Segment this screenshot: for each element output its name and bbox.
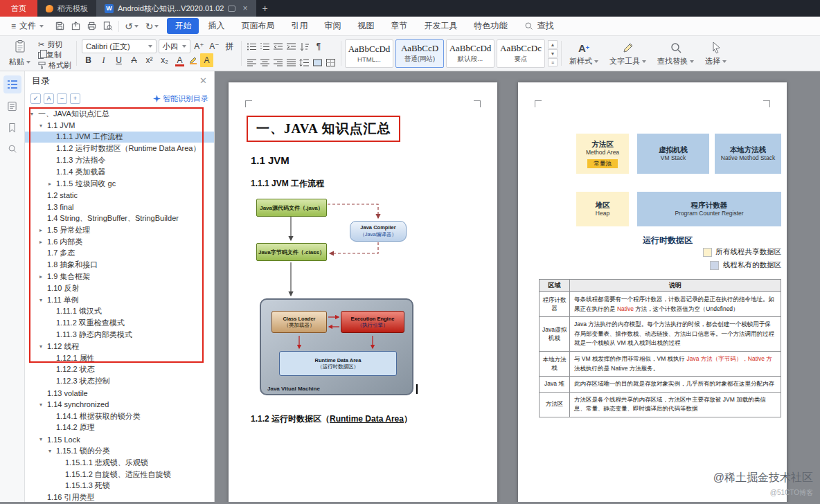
smart-recognize-button[interactable]: 智能识别目录 <box>153 93 208 104</box>
style-preset-0[interactable]: AaBbCcDdHTML... <box>345 39 393 68</box>
font-name-select[interactable]: Calibri (正文) <box>82 39 157 53</box>
toc-item[interactable]: 1.4 String、StringBuffer、StringBuilder <box>25 213 214 224</box>
toc-item[interactable]: 1.3 final <box>25 201 214 213</box>
decrease-indent-icon[interactable] <box>273 42 283 51</box>
toc-item[interactable]: 1.14.1 根据获取的锁分类 <box>25 411 214 422</box>
subscript-button[interactable]: x₂ <box>158 53 171 67</box>
bullet-list-icon[interactable] <box>247 42 257 51</box>
strikethrough-button[interactable]: A <box>127 53 141 67</box>
toc-collapsed-arrow-icon[interactable]: ▸ <box>48 181 56 187</box>
font-size-select[interactable]: 小四 <box>159 39 190 53</box>
toc-expanded-arrow-icon[interactable]: ▾ <box>39 436 47 442</box>
bookmark-panel-button[interactable] <box>3 118 21 136</box>
toc-item[interactable]: 1.1.2 运行时数据区（Runtime Data Area） <box>25 143 214 154</box>
undo-icon[interactable]: ↺ <box>125 21 133 32</box>
menu-tab-6[interactable]: 章节 <box>383 18 415 34</box>
toc-item[interactable]: 1.7 多态 <box>25 248 214 260</box>
toc-item[interactable]: 1.13 volatile <box>25 387 214 399</box>
toc-item[interactable]: ▾1.14 synchronized <box>25 399 214 411</box>
format-painter-button[interactable]: 格式刷 <box>38 60 71 71</box>
border-icon[interactable] <box>326 58 336 67</box>
toc-item[interactable]: 1.15.1.2 自旋锁、适应性自旋锁 <box>25 469 214 480</box>
toc-expanded-arrow-icon[interactable]: ▾ <box>39 402 47 408</box>
toc-item[interactable]: 1.16 引用类型 <box>25 492 214 502</box>
paragraph-mark-button[interactable]: ¶ <box>312 39 325 53</box>
text-tool-button[interactable]: 文字工具 <box>604 38 652 69</box>
line-spacing-icon[interactable] <box>299 58 310 67</box>
toc-item[interactable]: 1.14.2 原理 <box>25 422 214 434</box>
undo-dropdown-icon[interactable] <box>134 25 139 28</box>
toc-level-icon[interactable]: A <box>44 93 54 104</box>
toc-expanded-arrow-icon[interactable]: ▾ <box>48 448 56 454</box>
toc-item[interactable]: 1.11.2 双重检查模式 <box>25 317 214 329</box>
new-tab-button[interactable]: + <box>256 0 274 17</box>
toc-item[interactable]: 1.2 static <box>25 190 214 201</box>
toc-item[interactable]: ▾1.15 Lock <box>25 433 214 445</box>
toc-item[interactable]: 1.1.1 JVM 工作流程 <box>25 132 214 143</box>
align-left-icon[interactable] <box>247 58 257 67</box>
toc-expanded-arrow-icon[interactable]: ▾ <box>39 297 47 303</box>
menu-tab-2[interactable]: 页面布局 <box>233 18 282 34</box>
highlight-pen-icon[interactable] <box>188 55 198 65</box>
toc-collapsed-arrow-icon[interactable]: ▸ <box>39 239 47 245</box>
gallery-down-icon[interactable]: ▼ <box>548 49 558 57</box>
menu-tab-7[interactable]: 开发工具 <box>416 18 465 34</box>
toc-item[interactable]: ▾1.15.1 锁的分类 <box>25 445 214 457</box>
gallery-up-icon[interactable]: ▲ <box>548 40 558 48</box>
document-canvas[interactable]: 一、JAVA 知识点汇总 1.1 JVM 1.1.1 JVM 工作流程 <box>215 71 820 502</box>
bold-button[interactable]: B <box>82 53 95 67</box>
toc-item[interactable]: 1.15.1.1 悲观锁、乐观锁 <box>25 457 214 469</box>
align-center-icon[interactable] <box>260 58 270 67</box>
new-style-button[interactable]: A+ 新样式 <box>564 38 604 69</box>
toc-item[interactable]: 1.12.3 状态控制 <box>25 375 214 387</box>
decrease-font-button[interactable]: A⁻ <box>208 39 221 53</box>
toc-item[interactable]: 1.8 抽象和接口 <box>25 259 214 271</box>
print-preview-icon[interactable] <box>102 21 113 31</box>
justify-icon[interactable] <box>286 58 296 67</box>
shading-icon[interactable] <box>312 58 323 67</box>
toc-expanded-arrow-icon[interactable]: ▾ <box>39 123 47 129</box>
toc-item[interactable]: ▾1.12 线程 <box>25 341 214 352</box>
toc-item[interactable]: ▾一、JAVA知识点汇总 <box>25 108 214 120</box>
menu-tab-1[interactable]: 插入 <box>200 18 232 34</box>
font-color-button[interactable]: A <box>173 53 186 67</box>
document-tab[interactable]: W Android核心知识...V2020.01.02 × <box>96 0 256 17</box>
sort-icon[interactable] <box>299 42 310 51</box>
close-icon[interactable]: ✕ <box>199 75 207 86</box>
gallery-more-icon[interactable]: ≡ <box>548 58 558 66</box>
toc-item[interactable]: 1.1.3 方法指令 <box>25 154 214 166</box>
search-panel-button[interactable] <box>3 140 21 158</box>
toc-item[interactable]: 1.1.4 类加载器 <box>25 166 214 178</box>
print-icon[interactable] <box>87 21 97 31</box>
menu-tab-4[interactable]: 审阅 <box>317 18 348 34</box>
toc-item[interactable]: 1.11.1 饿汉式 <box>25 306 214 318</box>
redo-icon[interactable]: ↻ <box>145 21 154 32</box>
align-right-icon[interactable] <box>273 58 283 67</box>
menu-tab-3[interactable]: 引用 <box>283 18 315 34</box>
increase-font-button[interactable]: A⁺ <box>193 39 206 53</box>
toc-collapsed-arrow-icon[interactable]: ▸ <box>39 273 47 280</box>
toc-check-icon[interactable]: ✓ <box>30 93 41 104</box>
toc-collapse-icon[interactable]: − <box>57 93 67 104</box>
toc-expanded-arrow-icon[interactable]: ▾ <box>39 343 47 350</box>
toc-item[interactable]: 1.11.3 静态内部类模式 <box>25 329 214 341</box>
char-shading-button[interactable]: A <box>200 53 213 67</box>
copy-button[interactable]: 复制 <box>38 50 71 60</box>
superscript-button[interactable]: x² <box>143 53 156 67</box>
numbered-list-icon[interactable] <box>260 42 270 51</box>
home-tab[interactable]: 首页 <box>0 0 37 17</box>
toc-expanded-arrow-icon[interactable]: ▾ <box>30 111 38 117</box>
paste-button[interactable]: 粘贴 <box>4 38 35 69</box>
select-button[interactable]: 选择 <box>699 38 732 69</box>
toc-item[interactable]: ▾1.1 JVM <box>25 120 214 132</box>
menu-tab-5[interactable]: 视图 <box>350 18 382 34</box>
template-tab[interactable]: 稻壳模板 <box>37 0 96 17</box>
pinyin-guide-button[interactable]: 拼 <box>223 39 236 53</box>
toc-item[interactable]: ▸1.9 集合框架 <box>25 271 214 282</box>
underline-button[interactable]: U <box>112 53 125 67</box>
outline-panel-button[interactable] <box>3 97 21 115</box>
style-preset-1[interactable]: AaBbCcD普通(网站) <box>395 39 444 68</box>
close-tab-icon[interactable]: × <box>242 3 247 13</box>
toc-item[interactable]: ▸1.5 异常处理 <box>25 224 214 236</box>
increase-indent-icon[interactable] <box>286 42 296 51</box>
